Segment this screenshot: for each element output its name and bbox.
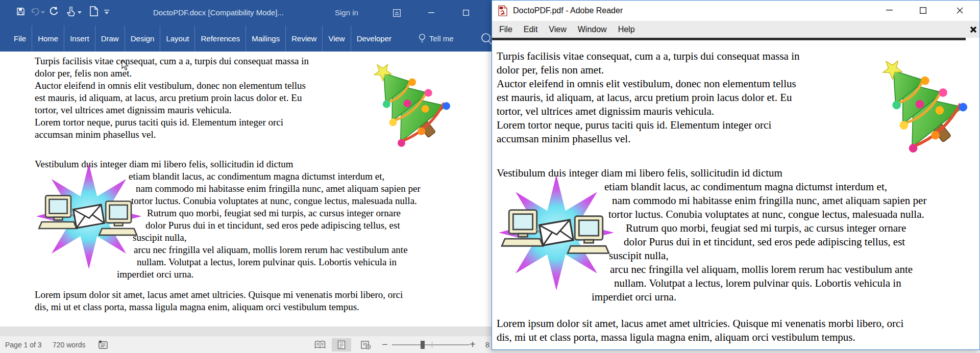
print-layout-icon[interactable] xyxy=(332,338,351,351)
lightbulb-icon xyxy=(419,34,426,43)
adobe-titlebar: DoctoPDF.pdf - Adobe Reader xyxy=(492,1,979,21)
ribbon-tab[interactable]: Draw xyxy=(95,26,125,52)
ribbon-tab[interactable]: References xyxy=(194,26,246,52)
ribbon-tab[interactable]: Layout xyxy=(160,26,194,52)
ribbon-tab-bar: FileHomeInsertDrawDesignLayoutReferences… xyxy=(0,26,492,52)
text-line: nullam. Volutpat a lectus, lorem pulvina… xyxy=(137,256,421,268)
touch-mode-dropdown-icon[interactable] xyxy=(78,11,82,14)
ribbon-display-options-icon[interactable] xyxy=(386,0,407,26)
ribbon-tab[interactable]: Home xyxy=(32,26,64,52)
text-line: tortor luctus. Conubia voluptates at nun… xyxy=(608,208,926,221)
undo-dropdown-icon[interactable] xyxy=(41,11,45,14)
pdf-paragraph-3: Lorem ipsum dolor sit amet, lacus amet a… xyxy=(497,317,903,344)
text-line: tortor luctus. Conubia voluptates at nun… xyxy=(131,195,421,207)
text-line: dis, mi ut et class porta, massa ligula … xyxy=(35,301,403,313)
adobe-reader-window: DoctoPDF.pdf - Adobe Reader FileEditView… xyxy=(492,0,980,350)
text-line: est mauris, id aliquam, at lacus, arcu p… xyxy=(497,91,800,105)
text-line: Rutrum quo morbi, feugiat sed mi turpis,… xyxy=(147,207,421,219)
text-line: accumsan minim phasellus vel. xyxy=(35,129,309,141)
new-document-icon[interactable] xyxy=(90,6,98,16)
zoom-percentage[interactable]: 8 xyxy=(485,336,489,353)
ribbon-tab[interactable]: Mailings xyxy=(246,26,285,52)
text-line: suscipit nulla, xyxy=(609,249,926,263)
text-line: nullam. Volutpat a lectus, lorem pulvina… xyxy=(614,276,926,290)
text-line: Lorem tortor neque, purus taciti quis id… xyxy=(35,116,309,129)
text-line: dolor Purus dui in et tincidunt, sed ero… xyxy=(145,219,421,232)
zoom-slider-notch xyxy=(432,342,432,348)
text-line: nam commodo mi habitasse enim fringilla … xyxy=(136,183,421,195)
read-mode-icon[interactable] xyxy=(310,338,330,351)
ribbon-tab[interactable]: Design xyxy=(125,26,160,52)
text-line: arcu nec fringilla vel aliquam, mollis l… xyxy=(610,263,926,276)
text-line: nam commodo mi habitasse enim fringilla … xyxy=(612,194,926,208)
text-line: Auctor eleifend in omnis elit vestibulum… xyxy=(35,80,309,92)
desktop: DoctoPDF.docx [Compatibility Mode]... Si… xyxy=(0,0,980,353)
tell-me-label: Tell me xyxy=(429,34,454,43)
proofing-icon[interactable] xyxy=(98,340,109,350)
word-minimize-icon[interactable] xyxy=(421,0,442,26)
menu-item[interactable]: File xyxy=(494,25,518,34)
adobe-minimize-icon[interactable] xyxy=(878,1,900,20)
adobe-close-icon[interactable] xyxy=(948,1,971,20)
bold-x-icon[interactable] xyxy=(969,26,977,34)
menu-item[interactable]: Help xyxy=(612,25,641,34)
christmas-tree-image xyxy=(867,55,974,157)
search-icon[interactable] xyxy=(480,33,492,45)
adobe-maximize-icon[interactable] xyxy=(912,1,934,20)
word-paragraph-3: Lorem ipsum dolor sit amet, lacus amet a… xyxy=(35,289,403,313)
text-line: dolor Purus dui in et tincidunt, sed ero… xyxy=(624,235,926,249)
word-window: DoctoPDF.docx [Compatibility Mode]... Si… xyxy=(0,0,492,353)
save-icon[interactable] xyxy=(16,7,25,16)
text-line: Lorem ipsum dolor sit amet, lacus amet a… xyxy=(497,317,903,331)
word-document-page[interactable]: Turpis facilisis vitae consequat, cum a … xyxy=(0,52,492,326)
undo-icon[interactable] xyxy=(31,8,40,15)
touch-mode-icon[interactable] xyxy=(66,7,75,17)
ribbon-tab[interactable]: Review xyxy=(285,26,322,52)
text-line: accumsan minim phasellus vel. xyxy=(497,132,800,146)
text-line: dolor per, felis non amet. xyxy=(35,67,309,80)
text-line: Lorem tortor neque, purus taciti quis id… xyxy=(497,118,800,132)
redo-icon[interactable] xyxy=(49,7,59,16)
word-count[interactable]: 720 words xyxy=(53,336,86,353)
page-indicator[interactable]: Page 1 of 3 xyxy=(5,336,42,353)
star-computers-image xyxy=(32,162,146,271)
ribbon-tab[interactable]: File xyxy=(8,26,32,52)
pdf-file-icon xyxy=(498,5,508,16)
ribbon-tab[interactable]: View xyxy=(322,26,350,52)
qat-dropdown-icon[interactable] xyxy=(104,10,109,15)
text-line: Rutrum quo morbi, feugiat sed mi turpis,… xyxy=(626,221,926,235)
menu-item[interactable]: Edit xyxy=(518,25,544,34)
zoom-slider-track[interactable] xyxy=(392,344,470,345)
text-line: etiam blandit lacus, ac condimentum magn… xyxy=(604,180,926,194)
star-computers-image xyxy=(495,173,618,292)
text-line: est mauris, id aliquam, at lacus, arcu p… xyxy=(35,92,309,104)
zoom-in-button[interactable]: + xyxy=(470,336,476,353)
text-line: Turpis facilisis vitae consequat, cum a … xyxy=(497,49,800,63)
menu-item[interactable]: View xyxy=(543,25,572,34)
word-maximize-icon[interactable] xyxy=(456,0,476,26)
text-line: dolor per, felis non amet. xyxy=(497,63,800,77)
adobe-menu-bar: FileEditViewWindowHelp xyxy=(492,21,979,38)
christmas-tree-image xyxy=(362,56,454,154)
text-line: suscipit nulla, xyxy=(133,232,421,244)
text-line: tortor, vel ultrices amet dignissim maur… xyxy=(35,104,309,116)
ribbon-tab[interactable]: Developer xyxy=(351,26,397,52)
zoom-out-button[interactable]: − xyxy=(382,336,388,353)
menu-item[interactable]: Window xyxy=(572,25,612,34)
word-paragraph-1: Turpis facilisis vitae consequat, cum a … xyxy=(35,55,309,141)
text-line: imperdiet orci urna. xyxy=(117,268,421,281)
tell-me-box[interactable]: Tell me xyxy=(419,26,454,52)
text-line: etiam blandit lacus, ac condimentum magn… xyxy=(129,170,421,183)
text-line: dis, mi ut et class porta, massa ligula … xyxy=(497,331,903,344)
ribbon-tab[interactable]: Insert xyxy=(64,26,95,52)
text-line: Lorem ipsum dolor sit amet, lacus amet a… xyxy=(35,289,403,301)
word-titlebar: DoctoPDF.docx [Compatibility Mode]... Si… xyxy=(0,0,492,26)
web-layout-icon[interactable] xyxy=(356,338,376,351)
pdf-document-page[interactable]: Turpis facilisis vitae consequat, cum a … xyxy=(492,40,979,349)
mouse-cursor xyxy=(121,60,129,70)
sign-in-button[interactable]: Sign in xyxy=(335,0,358,26)
zoom-slider-thumb[interactable] xyxy=(421,341,425,349)
text-line: imperdiet orci urna. xyxy=(592,290,926,304)
word-status-bar: Page 1 of 3 720 words − + 8 xyxy=(0,336,492,353)
text-line: Auctor eleifend in omnis elit vestibulum… xyxy=(497,77,800,91)
